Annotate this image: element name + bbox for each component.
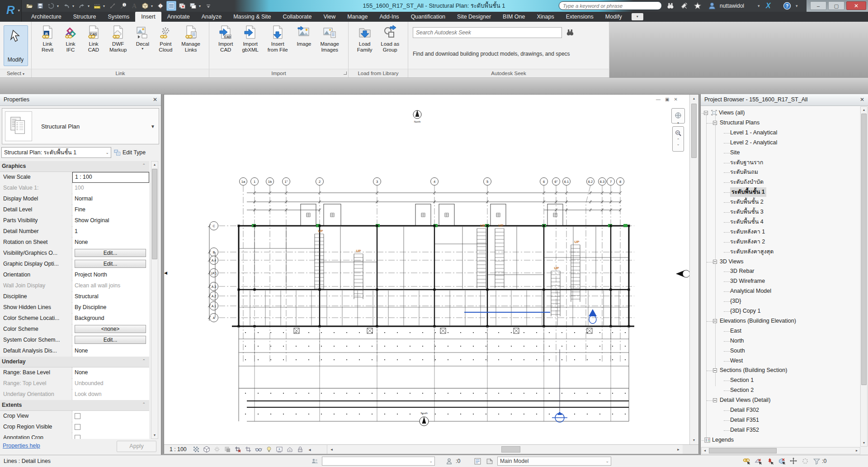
caret-down-icon[interactable]: ▾ — [103, 4, 107, 8]
reveal-hidden-icon[interactable] — [265, 446, 273, 453]
communication-center-icon[interactable] — [680, 2, 688, 10]
signed-in-username[interactable]: nuttawidol — [720, 0, 744, 12]
tab-modify[interactable]: Modify — [599, 12, 628, 22]
tree-item-label[interactable]: Site — [730, 148, 740, 157]
crop-view-icon[interactable] — [234, 446, 241, 453]
crop-region-icon[interactable] — [245, 446, 252, 453]
active-workset-dropdown[interactable]: ⌄ — [322, 457, 435, 466]
tree-item--3d-copy-1[interactable]: {3D} Copy 1 — [701, 306, 860, 316]
scrollbar-thumb[interactable] — [709, 448, 777, 453]
select-panel-label[interactable]: Select ▾ — [0, 69, 32, 77]
collapse-section-icon[interactable]: ⌃ — [142, 359, 146, 362]
link-ifc-button[interactable]: LinkIFC — [63, 24, 78, 53]
tab-massing-site[interactable]: Massing & Site — [227, 12, 277, 22]
worksharing-icon[interactable] — [286, 446, 293, 453]
tree-item-label[interactable]: 3D Rebar — [730, 267, 755, 276]
property-value[interactable]: By Discipline — [72, 302, 149, 313]
dim-gear-icon[interactable] — [800, 457, 810, 466]
active-design-option-dropdown[interactable]: Main Model⌄ — [497, 457, 611, 466]
tree-item-label[interactable]: Elevations (Building Elevation) — [720, 316, 796, 326]
close-button[interactable]: ✕ — [846, 1, 866, 10]
favorites-star-icon[interactable] — [693, 2, 702, 10]
scroll-right-icon[interactable]: ▸ — [854, 448, 860, 454]
tree-item-label[interactable]: ระดับหลังคา 2 — [730, 237, 765, 247]
tree-item-south[interactable]: South — [701, 346, 860, 356]
scroll-right-icon[interactable]: ▸ — [675, 446, 682, 453]
tree-item-ระดับถังบำบัด[interactable]: ระดับถังบำบัด — [701, 177, 860, 187]
tag-icon[interactable]: 1 — [118, 1, 128, 11]
scroll-up-icon[interactable]: ▴ — [861, 107, 867, 113]
tree-item-label[interactable]: 3D Wireframe — [730, 276, 765, 286]
tree-item-label[interactable]: East — [730, 326, 741, 336]
view-minimize-icon[interactable]: — — [656, 97, 660, 104]
design-options-icon[interactable] — [474, 457, 481, 465]
import-dialog-launcher-icon[interactable] — [344, 71, 347, 75]
tab-view[interactable]: View — [317, 12, 341, 22]
tab-bim-one[interactable]: BIM One — [497, 12, 531, 22]
autodesk-seek-search[interactable] — [413, 27, 562, 38]
view-restore-icon[interactable]: ▣ — [665, 97, 669, 104]
tree-item-label[interactable]: Sections (Building Section) — [720, 366, 787, 375]
tab-collaborate[interactable]: Collaborate — [277, 12, 318, 22]
tree-item-label[interactable]: West — [730, 356, 743, 366]
tree-item-ระดับพื้นชั้น-4[interactable]: ระดับพื้นชั้น 4 — [701, 217, 860, 227]
drawing-area[interactable]: 1a11b1"234566"6.16.26.378CBA.4(A")A.3A.2… — [164, 94, 699, 453]
section-icon[interactable] — [156, 1, 165, 11]
scrollbar-thumb[interactable] — [501, 446, 520, 453]
collapse-icon[interactable] — [713, 260, 717, 264]
measure-icon[interactable] — [92, 1, 102, 11]
view-instance-combo[interactable]: Structural Plan: ระดับพื้นชั้น 1 ⌄ — [1, 147, 111, 158]
tree-item-label[interactable]: Section 2 — [730, 386, 754, 395]
value-button[interactable]: Edit... — [75, 260, 146, 268]
drag-selection-icon[interactable] — [788, 457, 798, 466]
property-value[interactable]: Background — [72, 313, 149, 324]
floor-plan-drawing[interactable]: 1a11b1"234566"6.16.26.378CBA.4(A")A.3A.2… — [164, 95, 689, 444]
value-button[interactable]: <none> — [75, 325, 146, 333]
tree-item-ระดับหลังคาสูงสุด[interactable]: ระดับหลังคาสูงสุด — [701, 247, 860, 257]
tab-architecture[interactable]: Architecture — [25, 12, 67, 22]
tab-insert[interactable]: Insert — [135, 12, 161, 22]
point-cloud-button[interactable]: PointCloud — [158, 24, 173, 53]
tree-item-label[interactable]: South — [730, 346, 745, 356]
worksets-icon[interactable] — [311, 457, 319, 465]
property-value[interactable]: Fine — [72, 205, 149, 215]
help-icon[interactable]: ? — [783, 2, 791, 10]
value-button[interactable]: Edit... — [75, 249, 146, 257]
import-cad-button[interactable]: CADImportCAD — [218, 24, 233, 53]
chevron-down-icon[interactable]: ⌄ — [675, 142, 682, 146]
scrollbar-thumb[interactable] — [152, 169, 157, 259]
tree-item-detail-views-detail-[interactable]: Detail Views (Detail) — [701, 396, 860, 405]
revit-app-button[interactable]: R▾ — [0, 0, 22, 22]
collapse-icon[interactable] — [713, 368, 717, 372]
apply-button[interactable]: Apply — [117, 441, 156, 452]
tab-analyze[interactable]: Analyze — [196, 12, 227, 22]
tab-site-designer[interactable]: Site Designer — [451, 12, 497, 22]
browser-vertical-scrollbar[interactable]: ▴ ▾ — [860, 106, 868, 447]
scrollbar-thumb[interactable] — [861, 114, 867, 385]
tree-item-label[interactable]: 3D Views — [720, 257, 744, 267]
project-browser-title[interactable]: Project Browser - 155_1600_R17_ST_All ✕ — [701, 94, 868, 106]
temp-view-icon[interactable] — [276, 446, 283, 453]
tab-manage[interactable]: Manage — [341, 12, 373, 22]
seek-search-icon[interactable] — [566, 28, 575, 37]
type-selector[interactable]: Structural Plan ▼ — [2, 108, 159, 144]
scroll-up-icon[interactable]: ▴ — [151, 162, 158, 168]
tree-item-label[interactable]: ระดับฐานราก — [730, 158, 763, 167]
tree-item-detail-f352[interactable]: Detail F352 — [701, 425, 860, 435]
caret-down-icon[interactable]: ▾ — [72, 4, 76, 8]
property-value[interactable]: None — [72, 367, 149, 378]
property-value[interactable]: Clean all wall joins — [72, 281, 149, 291]
tree-item-label[interactable]: {3D} — [730, 296, 741, 306]
scroll-down-icon[interactable]: ▾ — [151, 432, 158, 438]
property-value[interactable]: Structural — [72, 291, 149, 302]
property-value[interactable] — [72, 422, 149, 433]
property-value[interactable]: Normal — [72, 194, 149, 205]
collapse-icon[interactable] — [713, 319, 717, 323]
caret-down-icon[interactable]: ▾ — [57, 4, 61, 8]
scroll-left-icon[interactable]: ◂ — [702, 448, 708, 454]
collapse-section-icon[interactable]: ⌃ — [142, 402, 146, 406]
user-menu-caret-icon[interactable]: ▾ — [758, 0, 760, 12]
tree-item-ระดับพื้นชั้น-3[interactable]: ระดับพื้นชั้น 3 — [701, 207, 860, 217]
tree-item-detail-f302[interactable]: Detail F302 — [701, 405, 860, 415]
selection-filter-icon[interactable] — [813, 457, 821, 465]
